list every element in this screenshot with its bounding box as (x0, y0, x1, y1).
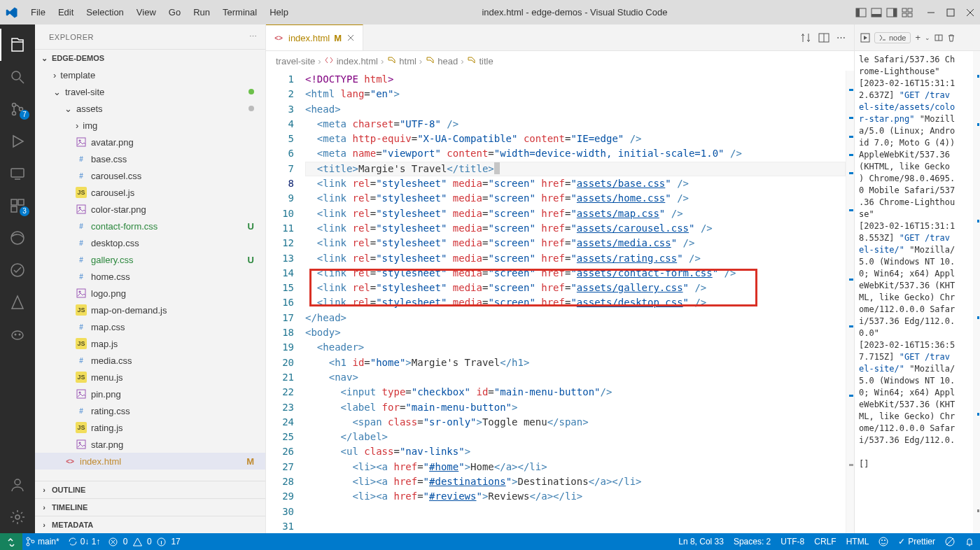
svg-point-29 (15, 479, 20, 485)
editor-more-icon[interactable]: ⋯ (836, 32, 846, 43)
section-timeline[interactable]: ›TIMELINE (35, 498, 265, 516)
file-base.css[interactable]: # base.css (35, 150, 265, 167)
bell-icon[interactable] (965, 537, 974, 547)
file-pin.png[interactable]: pin.png (35, 386, 265, 402)
file-gallery.css[interactable]: # gallery.cssU (35, 251, 265, 268)
terminal-scrollbar[interactable] (973, 51, 980, 533)
section-metadata[interactable]: ›METADATA (35, 516, 265, 533)
unknown-status[interactable] (945, 537, 955, 547)
layout-left-icon[interactable] (855, 7, 867, 18)
minimize-icon[interactable] (927, 8, 935, 17)
code-lines[interactable]: <!DOCTYPE html><html lang="en"><head> <m… (304, 71, 846, 533)
add-terminal-icon[interactable]: + (915, 32, 920, 43)
terminal-output[interactable]: le Safari/537.36 Chrome-Lighthouse"[2023… (855, 51, 973, 533)
menu-terminal[interactable]: Terminal (217, 6, 262, 19)
prettier-status[interactable]: ✓ Prettier (898, 537, 935, 547)
svg-line-15 (20, 79, 24, 83)
run-icon[interactable] (860, 33, 870, 43)
file-tree[interactable]: › template⌄ travel-site⌄ assets› img ava… (35, 66, 265, 481)
layout-bottom-icon[interactable] (871, 7, 882, 18)
file-avatar.png[interactable]: avatar.png (35, 134, 265, 150)
project-header[interactable]: ⌄ EDGE-DEMOS (35, 49, 265, 66)
activity-extensions[interactable]: 3 (0, 190, 35, 222)
activity-run-debug[interactable] (0, 125, 35, 157)
file-rating.css[interactable]: # rating.css (35, 402, 265, 419)
section-outline[interactable]: ›OUTLINE (35, 481, 265, 498)
eol-status[interactable]: CRLF (814, 537, 836, 547)
breadcrumbs[interactable]: travel-site›index.html›html›head›title (266, 51, 854, 71)
folder-img[interactable]: › img (35, 117, 265, 134)
dropdown-icon[interactable]: ⌄ (925, 34, 930, 41)
file-rating.js[interactable]: JS rating.js (35, 419, 265, 436)
menu-go[interactable]: Go (163, 6, 186, 19)
file-color-star.png[interactable]: color-star.png (35, 201, 265, 218)
file-media.css[interactable]: # media.css (35, 352, 265, 369)
folder-template[interactable]: › template (35, 66, 265, 83)
layout-right-icon[interactable] (886, 7, 897, 18)
menu-help[interactable]: Help (264, 6, 294, 19)
file-desktop.css[interactable]: # desktop.css (35, 234, 265, 251)
menu-selection[interactable]: Selection (80, 6, 129, 19)
compare-icon[interactable] (800, 32, 811, 43)
activity-azure[interactable] (0, 286, 35, 318)
remote-button[interactable] (0, 533, 22, 550)
activity-remote[interactable] (0, 157, 35, 190)
activity-account[interactable] (0, 469, 35, 501)
file-contact-form.css[interactable]: # contact-form.cssU (35, 218, 265, 234)
close-icon[interactable] (966, 8, 974, 17)
indent-status[interactable]: Spaces: 2 (734, 537, 771, 547)
minimap[interactable] (846, 71, 854, 533)
file-home.css[interactable]: # home.css (35, 268, 265, 285)
file-map-on-demand.js[interactable]: JS map-on-demand.js (35, 302, 265, 318)
breadcrumb-item[interactable]: title (479, 56, 493, 66)
js-file-icon: JS (76, 304, 87, 316)
terminal-selector[interactable]: node (874, 32, 911, 43)
file-index-html[interactable]: <> index.htmlM (35, 453, 265, 470)
feedback-icon[interactable] (878, 537, 888, 547)
image-file-icon (76, 204, 87, 215)
tab-index-html[interactable]: <> index.html M (266, 24, 363, 50)
cursor-position[interactable]: Ln 8, Col 33 (678, 537, 724, 547)
svg-point-57 (881, 540, 883, 541)
activity-explorer[interactable] (0, 29, 35, 61)
activity-search[interactable] (0, 61, 35, 93)
tab-close-icon[interactable] (346, 33, 356, 43)
activity-source-control[interactable]: 7 (0, 93, 35, 125)
sync-status[interactable]: 0↓ 1↑ (68, 537, 101, 547)
split-terminal-icon[interactable] (934, 34, 943, 42)
breadcrumb-item[interactable]: html (399, 56, 416, 66)
file-menu.js[interactable]: JS menu.js (35, 369, 265, 386)
encoding-status[interactable]: UTF-8 (780, 537, 804, 547)
file-map.css[interactable]: # map.css (35, 318, 265, 335)
menu-edit[interactable]: Edit (52, 6, 79, 19)
maximize-icon[interactable] (946, 8, 955, 17)
sidebar-more-icon[interactable]: ⋯ (249, 32, 258, 41)
breadcrumb-item[interactable]: travel-site (276, 56, 315, 66)
file-carousel.js[interactable]: JS carousel.js (35, 184, 265, 201)
breadcrumb-item[interactable]: head (438, 56, 458, 66)
code-area[interactable]: 1234567891011121314151617181920212223242… (266, 71, 854, 533)
svg-rect-35 (77, 289, 85, 297)
activity-settings[interactable] (0, 501, 35, 533)
menu-file[interactable]: File (25, 6, 51, 19)
file-logo.png[interactable]: logo.png (35, 285, 265, 302)
menu-view[interactable]: View (131, 6, 162, 19)
problems-status[interactable]: 0 0 17 (108, 537, 180, 547)
file-map.js[interactable]: JS map.js (35, 335, 265, 352)
css-file-icon: # (76, 153, 87, 164)
folder-travel-site[interactable]: ⌄ travel-site (35, 83, 265, 100)
activity-copilot[interactable] (0, 318, 35, 351)
split-editor-icon[interactable] (818, 32, 830, 43)
layout-grid-icon[interactable] (902, 7, 913, 18)
file-carousel.css[interactable]: # carousel.css (35, 167, 265, 184)
activity-edge[interactable] (0, 222, 35, 254)
language-status[interactable]: HTML (846, 537, 869, 547)
activity-check[interactable] (0, 254, 35, 286)
trash-icon[interactable] (947, 34, 955, 42)
image-file-icon (76, 388, 87, 400)
folder-assets[interactable]: ⌄ assets (35, 100, 265, 117)
branch-status[interactable]: main* (25, 537, 59, 547)
breadcrumb-item[interactable]: index.html (337, 56, 378, 66)
menu-run[interactable]: Run (188, 6, 216, 19)
file-star.png[interactable]: star.png (35, 436, 265, 453)
